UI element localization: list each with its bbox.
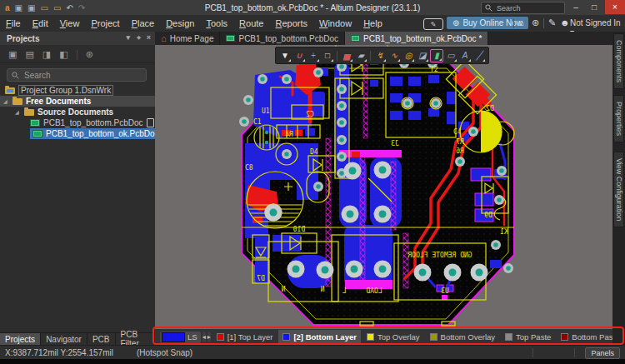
undo-icon[interactable]: ↶ bbox=[66, 3, 72, 12]
via-tool-icon[interactable]: ◎ bbox=[402, 49, 415, 62]
silkscreen-label-t2: T2 bbox=[430, 66, 438, 73]
selected-tree-item[interactable]: PCB1_top_bottom_ok.PcbDoc * bbox=[30, 128, 167, 139]
menu-view[interactable]: View bbox=[54, 18, 86, 28]
menu-route[interactable]: Route bbox=[233, 18, 269, 28]
home-icon[interactable]: ⌂ bbox=[518, 17, 524, 27]
separator bbox=[543, 18, 544, 28]
menu-file[interactable]: File bbox=[0, 18, 27, 28]
tab-components[interactable]: Components bbox=[613, 33, 624, 89]
open-docs-icon[interactable]: ◨ bbox=[42, 49, 51, 60]
selection-rect-icon: □ bbox=[325, 51, 330, 60]
layer-color-swatch bbox=[561, 333, 568, 341]
interactive-route-tool-icon[interactable]: ↯ bbox=[373, 49, 387, 62]
tab-pcb1-top-bottom[interactable]: PCB1_top_bottom.PcbDoc bbox=[220, 32, 345, 45]
maximize-button[interactable]: □ bbox=[588, 0, 601, 14]
layer-tab-bar: LS ◂ ▸ [1] Top Layer [2] Bottom Layer To… bbox=[155, 329, 612, 345]
silkscreen-label-u3: U3 bbox=[441, 287, 449, 295]
layer-tab-bottom-overlay[interactable]: Bottom Overlay bbox=[426, 330, 499, 344]
pcb-editor-canvas[interactable]: C3 U1 C1 C8 D4 T2 C4 C2 R4 J3 R7 R6 D9 D… bbox=[155, 45, 612, 329]
layer-tab-top-layer[interactable]: [1] Top Layer bbox=[212, 330, 278, 344]
layer-tab-bottom-paste[interactable]: Bottom Paste bbox=[557, 330, 612, 344]
close-docs-icon[interactable]: ◧ bbox=[59, 49, 68, 60]
cursor-coordinates: X:9387.712mil Y:2554.157mil bbox=[5, 348, 113, 357]
silkscreen-label-c1: C1 bbox=[253, 118, 262, 126]
settings-gear-icon[interactable]: ⊛ bbox=[532, 17, 539, 28]
menu-window[interactable]: Window bbox=[313, 18, 358, 28]
doc-tab-label: PCB1_top_bottom_ok.PcbDoc * bbox=[363, 34, 482, 43]
open-project-icon[interactable]: ▭ bbox=[53, 3, 61, 12]
home-icon: ⌂ bbox=[161, 33, 167, 43]
polygon-pour-tool-icon[interactable]: ▰ bbox=[354, 49, 368, 62]
panel-menu-icon[interactable]: ▾ bbox=[126, 33, 130, 42]
user-icon[interactable]: ☻ bbox=[560, 17, 570, 27]
tab-navigator[interactable]: Navigator bbox=[41, 333, 88, 345]
layer-tab-top-paste[interactable]: Top Paste bbox=[501, 330, 555, 344]
panels-button[interactable]: Panels bbox=[585, 347, 620, 359]
menu-edit[interactable]: Edit bbox=[27, 18, 54, 28]
save-all-icon[interactable]: ▣ bbox=[28, 3, 35, 12]
panel-settings-gear-icon[interactable]: ⊛ bbox=[86, 49, 93, 60]
buy-online-button[interactable]: ⊚Buy Online Now bbox=[447, 17, 528, 29]
separator bbox=[574, 348, 575, 357]
layer-sets-button[interactable]: LS bbox=[160, 332, 201, 343]
silkscreen-label-d4: D4 bbox=[310, 148, 318, 156]
save-project-icon[interactable]: ▣ bbox=[8, 49, 17, 60]
right-pan panel-strip: Components Properties View Configuration bbox=[612, 32, 625, 345]
menu-help[interactable]: Help bbox=[358, 18, 388, 28]
pin-icon[interactable]: ⌖ bbox=[137, 33, 141, 42]
scroll-layers-left-button[interactable]: ◂ bbox=[202, 332, 206, 342]
filter-tool-icon[interactable]: ▼ bbox=[278, 49, 292, 62]
expand-icon[interactable]: ◢ bbox=[3, 98, 9, 104]
menu-design[interactable]: Design bbox=[160, 18, 200, 28]
tab-pcb1-top-bottom-ok[interactable]: PCB1_top_bottom_ok.PcbDoc * bbox=[345, 32, 488, 45]
tab-projects[interactable]: Projects bbox=[0, 333, 41, 345]
snap-magnet-tool-icon[interactable]: ∪ bbox=[292, 49, 306, 62]
line-tool-icon[interactable]: ╱ bbox=[472, 49, 486, 62]
projects-search-box[interactable] bbox=[7, 68, 147, 82]
save-icon[interactable]: ▣ bbox=[15, 3, 22, 12]
string-text-tool-icon[interactable]: A bbox=[458, 49, 472, 62]
tab-properties[interactable]: Properties bbox=[613, 95, 624, 142]
tree-item-project-group[interactable]: Project Group 1.DsnWrk bbox=[0, 85, 155, 96]
pcb-board-svg[interactable]: C3 U1 C1 C8 D4 T2 C4 C2 R4 J3 R7 R6 D9 D… bbox=[155, 45, 612, 329]
menu-tools[interactable]: Tools bbox=[200, 18, 233, 28]
projects-search-input[interactable] bbox=[22, 70, 134, 81]
layer-tab-bottom-layer[interactable]: [2] Bottom Layer bbox=[278, 330, 360, 344]
layer-tab-top-overlay[interactable]: Top Overlay bbox=[362, 330, 424, 344]
tree-item-pcb1-top-bottom-ok[interactable]: PCB1_top_bottom_ok.PcbDoc * bbox=[0, 128, 155, 139]
close-button[interactable]: × bbox=[605, 0, 625, 14]
pad-tool-icon[interactable]: ▮ bbox=[430, 49, 443, 62]
menu-place[interactable]: Place bbox=[126, 18, 161, 28]
tab-home-page[interactable]: ⌂ Home Page bbox=[155, 32, 220, 45]
open-icon[interactable]: ▭ bbox=[40, 3, 48, 12]
diff-pair-route-tool-icon[interactable]: ∿ bbox=[388, 49, 401, 62]
layer-color-swatch bbox=[505, 333, 512, 341]
room-tool-icon[interactable]: ▭ bbox=[444, 49, 458, 62]
plane-tool-icon[interactable]: ◪ bbox=[416, 49, 429, 62]
silkscreen-label-u1: U1 bbox=[262, 107, 270, 115]
expand-icon[interactable]: ◢ bbox=[15, 109, 21, 115]
tab-pcb-filter[interactable]: PCB Filter bbox=[116, 333, 156, 345]
move-tool-icon[interactable]: + bbox=[307, 49, 320, 62]
tab-view-configuration[interactable]: View Configuration bbox=[613, 152, 624, 227]
search-input[interactable] bbox=[495, 3, 557, 13]
compile-icon[interactable]: ▤ bbox=[25, 49, 33, 60]
tree-item-source-documents[interactable]: ◢ Source Documents bbox=[0, 107, 155, 117]
tree-item-pcb1-top-bottom[interactable]: PCB1_top_bottom.PcbDoc bbox=[0, 117, 155, 128]
menu-project[interactable]: Project bbox=[85, 18, 125, 28]
select-area-tool-icon[interactable]: □ bbox=[321, 49, 334, 62]
scroll-layers-right-button[interactable]: ▸ bbox=[208, 332, 211, 342]
global-search-box[interactable] bbox=[481, 2, 565, 14]
placement-tool-icon[interactable]: ▅ bbox=[340, 49, 353, 62]
close-panel-icon[interactable]: × bbox=[147, 33, 151, 42]
comment-icon[interactable]: ✎ bbox=[423, 18, 443, 30]
pen-icon[interactable]: ✎ bbox=[548, 17, 556, 28]
redo-icon[interactable]: ↷ bbox=[78, 3, 85, 12]
tree-item-free-documents[interactable]: ◢ Free Documents bbox=[0, 96, 155, 107]
separator bbox=[77, 50, 78, 60]
menu-reports[interactable]: Reports bbox=[269, 18, 313, 28]
minimize-button[interactable]: – bbox=[569, 0, 582, 14]
separator bbox=[513, 18, 514, 28]
ls-label: LS bbox=[188, 332, 198, 342]
tab-pcb[interactable]: PCB bbox=[88, 333, 116, 345]
